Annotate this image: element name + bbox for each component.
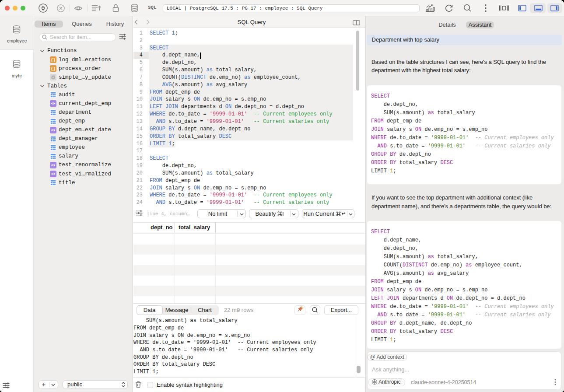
svg-text:{}: {} — [51, 67, 56, 71]
svg-text:{}: {} — [51, 58, 56, 63]
